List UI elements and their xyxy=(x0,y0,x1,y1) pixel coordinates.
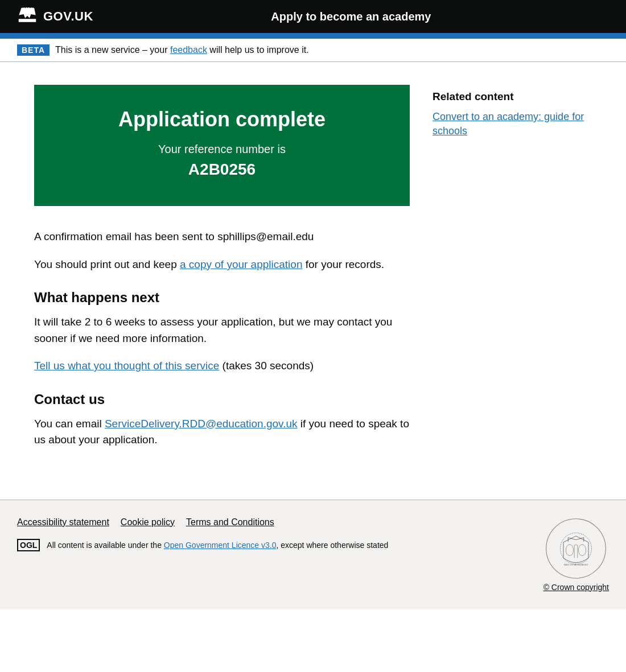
beta-text-after: will help us to improve it. xyxy=(207,45,309,55)
footer-left: Accessibility statement Cookie policy Te… xyxy=(17,517,543,551)
svg-point-5 xyxy=(561,533,592,564)
related-content-link[interactable]: Convert to an academy: guide for schools xyxy=(433,111,584,137)
gov-uk-text: GOV.UK xyxy=(43,9,93,24)
licence-text-before: All content is available under the xyxy=(47,541,163,550)
what-happens-next-section: What happens next It will take 2 to 6 we… xyxy=(34,290,410,374)
crown-copyright-text: © Crown copyright xyxy=(543,582,609,592)
confirmation-email-text: A confirmation email has been sent to sp… xyxy=(34,229,410,245)
site-footer: Accessibility statement Cookie policy Te… xyxy=(0,500,626,609)
feedback-link[interactable]: feedback xyxy=(170,45,207,55)
crown-emblem-icon: DIEU ET MON DROIT xyxy=(545,517,607,580)
site-header: GOV.UK Apply to become an academy xyxy=(0,0,626,33)
cookie-policy-link[interactable]: Cookie policy xyxy=(121,517,175,527)
survey-after: (takes 30 seconds) xyxy=(219,360,314,372)
ref-number: A2B0256 xyxy=(51,160,393,179)
crown-copyright-link[interactable]: © Crown copyright xyxy=(543,583,609,592)
svg-rect-0 xyxy=(19,19,36,22)
survey-text: Tell us what you thought of this service… xyxy=(34,358,410,374)
beta-banner: BETA This is a new service – your feedba… xyxy=(0,39,626,62)
gov-uk-logo[interactable]: GOV.UK xyxy=(17,6,93,27)
accessibility-statement-link[interactable]: Accessibility statement xyxy=(17,517,109,527)
contact-text-before: You can email xyxy=(34,418,105,430)
ref-label: Your reference number is xyxy=(51,143,393,156)
ogl-logo: OGL xyxy=(17,539,40,551)
svg-text:DIEU ET MON DROIT: DIEU ET MON DROIT xyxy=(564,563,588,566)
contact-text: You can email ServiceDelivery.RDD@educat… xyxy=(34,416,410,448)
sidebar: Related content Convert to an academy: g… xyxy=(433,85,592,465)
what-happens-next-heading: What happens next xyxy=(34,290,410,306)
ogl-licence-link[interactable]: Open Government Licence v3.0 xyxy=(164,541,277,550)
terms-and-conditions-link[interactable]: Terms and Conditions xyxy=(186,517,274,527)
footer-inner: Accessibility statement Cookie policy Te… xyxy=(17,517,609,592)
contact-email-link[interactable]: ServiceDelivery.RDD@education.gov.uk xyxy=(105,418,298,430)
beta-text: This is a new service – your feedback wi… xyxy=(55,45,309,55)
confirmation-email-section: A confirmation email has been sent to sp… xyxy=(34,229,410,273)
what-happens-next-text: It will take 2 to 6 weeks to assess your… xyxy=(34,314,410,347)
contact-section: Contact us You can email ServiceDelivery… xyxy=(34,391,410,448)
svg-point-1 xyxy=(546,518,606,578)
svg-point-2 xyxy=(566,544,574,555)
page-title: Apply to become an academy xyxy=(93,10,609,23)
main-content: Application complete Your reference numb… xyxy=(34,85,410,465)
survey-link[interactable]: Tell us what you thought of this service xyxy=(34,360,219,372)
blue-bar xyxy=(0,33,626,39)
footer-licence: All content is available under the Open … xyxy=(47,541,388,550)
confirmation-panel: Application complete Your reference numb… xyxy=(34,85,410,206)
contact-heading: Contact us xyxy=(34,391,410,407)
copy-of-application-link[interactable]: a copy of your application xyxy=(180,258,302,270)
main-content-area: Application complete Your reference numb… xyxy=(17,62,609,500)
footer-bottom: OGL All content is available under the O… xyxy=(17,539,543,551)
print-text-before: You should print out and keep xyxy=(34,258,180,270)
confirmation-heading: Application complete xyxy=(51,108,393,131)
beta-text-before: This is a new service – your xyxy=(55,45,170,55)
print-text: You should print out and keep a copy of … xyxy=(34,257,410,273)
licence-text-after: , except where otherwise stated xyxy=(276,541,388,550)
svg-point-3 xyxy=(579,544,586,555)
related-content-heading: Related content xyxy=(433,90,592,103)
crown-icon xyxy=(17,6,38,27)
footer-links: Accessibility statement Cookie policy Te… xyxy=(17,517,543,527)
print-text-after: for your records. xyxy=(302,258,384,270)
beta-tag: BETA xyxy=(17,44,50,56)
footer-crown-section: DIEU ET MON DROIT © Crown copyright xyxy=(543,517,609,592)
